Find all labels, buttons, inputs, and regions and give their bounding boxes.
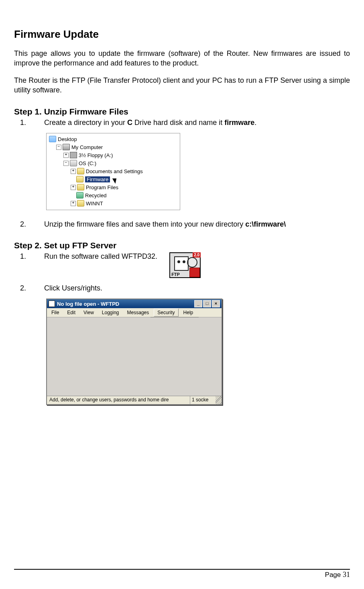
- window-titlebar: No log file open - WFTPD _ □ ×: [47, 299, 222, 308]
- menu-item-messages[interactable]: Messages: [124, 309, 153, 316]
- menu-bar: File Edit View Logging Messages Security…: [47, 308, 222, 317]
- step1-item-2: Unzip the firmware files and save them i…: [28, 220, 350, 229]
- page-number: 31: [343, 571, 350, 579]
- minimize-button[interactable]: _: [194, 300, 202, 307]
- tree-label-selected: Firmware: [85, 176, 110, 182]
- maximize-button[interactable]: □: [203, 300, 211, 307]
- tree-label: Documents and Settings: [86, 168, 143, 174]
- collapse-icon: −: [63, 161, 69, 166]
- tree-label: WINNT: [86, 200, 103, 207]
- collapse-icon: −: [56, 145, 61, 150]
- computer-icon: [63, 144, 70, 150]
- wftpd-window-screenshot: No log file open - WFTPD _ □ × File Edit…: [46, 299, 222, 405]
- step2-item-2: Click Users/rights.: [28, 284, 350, 292]
- folder-icon: [77, 200, 84, 207]
- menu-item-file[interactable]: File: [48, 309, 62, 316]
- menu-item-edit[interactable]: Edit: [64, 309, 79, 316]
- folder-icon: [76, 176, 83, 182]
- floppy-icon: [70, 152, 77, 158]
- tree-label: Program Files: [86, 184, 118, 190]
- resize-grip-icon[interactable]: [216, 396, 222, 404]
- recycle-icon: [76, 192, 83, 198]
- menu-item-security[interactable]: Security: [154, 309, 178, 317]
- close-button[interactable]: ×: [212, 300, 220, 307]
- status-text: Add, delete, or change users, passwords …: [47, 396, 190, 404]
- expand-icon: +: [63, 153, 69, 158]
- folder-icon: [77, 168, 84, 174]
- expand-icon: +: [71, 201, 76, 206]
- step1-item-1: Create a directory in your C Drive hard …: [28, 119, 350, 127]
- status-bar: Add, delete, or change users, passwords …: [47, 396, 222, 404]
- page-title: Firmware Update: [14, 28, 350, 41]
- page-footer: Page 31: [14, 569, 350, 579]
- intro-paragraph-1: This page allows you to update the firmw…: [14, 49, 350, 68]
- expand-icon: +: [71, 169, 76, 174]
- folder-icon: [77, 184, 84, 190]
- menu-item-view[interactable]: View: [80, 309, 97, 316]
- wftpd-app-icon: 2.0 FTP: [169, 252, 201, 278]
- step2-item-1: Run the software called WFTPD32. 2.0 FTP: [28, 252, 350, 278]
- intro-paragraph-2: The Router is the FTP (File Transfer Pro…: [14, 76, 350, 95]
- explorer-tree-screenshot: Desktop − My Computer + 3½ Floppy (A:) −…: [46, 133, 180, 210]
- window-title: No log file open - WFTPD: [57, 301, 193, 307]
- status-socket: 1 socke: [190, 396, 216, 404]
- desktop-icon: [49, 136, 56, 142]
- tree-label: My Computer: [71, 144, 103, 150]
- tree-label: OS (C:): [79, 160, 96, 166]
- tree-label: Recycled: [85, 192, 106, 198]
- menu-item-logging[interactable]: Logging: [99, 309, 122, 316]
- app-icon: [49, 301, 55, 307]
- expand-icon: +: [71, 185, 76, 190]
- menu-item-help[interactable]: Help: [180, 309, 197, 316]
- magnifier-icon: [187, 257, 197, 268]
- step1-heading: Step 1. Unzip Firmware Files: [14, 107, 350, 117]
- step2-heading: Step 2. Set up FTP Server: [14, 241, 350, 250]
- tree-label: 3½ Floppy (A:): [79, 152, 113, 158]
- tree-label: Desktop: [58, 136, 77, 142]
- drive-icon: [70, 160, 77, 166]
- window-client-area: [47, 317, 222, 396]
